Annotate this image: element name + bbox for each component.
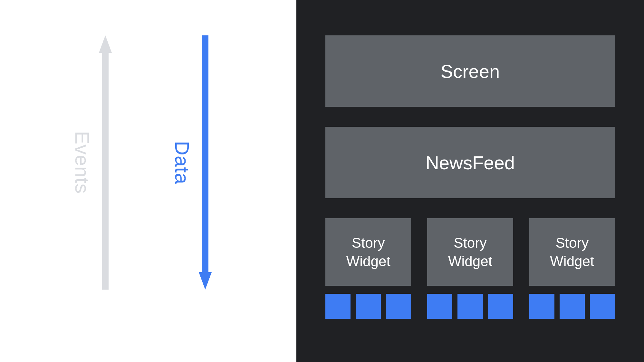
arrow-down-icon (197, 35, 213, 290)
widgets-row: Story Widget Story Widget Story Widget (325, 218, 615, 286)
data-label: Data (171, 141, 194, 184)
chip (356, 294, 381, 319)
newsfeed-box: NewsFeed (325, 127, 615, 198)
left-panel: Events Data (0, 0, 296, 362)
story-widget-box: Story Widget (529, 218, 615, 286)
screen-box: Screen (325, 35, 615, 107)
chip (325, 294, 351, 319)
chip (529, 294, 554, 319)
arrow-up-icon (98, 35, 113, 290)
chip (386, 294, 411, 319)
chip-group (325, 294, 411, 319)
widget-label: Story Widget (430, 234, 510, 270)
story-widget-box: Story Widget (427, 218, 513, 286)
right-panel: Screen NewsFeed Story Widget Story Widge… (296, 0, 644, 362)
chips-row (325, 294, 615, 319)
svg-marker-3 (199, 272, 212, 290)
svg-marker-0 (99, 35, 112, 53)
chip (427, 294, 452, 319)
widget-label: Story Widget (329, 234, 408, 270)
widget-label: Story Widget (533, 234, 612, 270)
newsfeed-label: NewsFeed (426, 152, 515, 173)
svg-rect-2 (202, 35, 208, 273)
chip (488, 294, 513, 319)
events-flow: Events (71, 35, 113, 290)
screen-label: Screen (441, 60, 500, 82)
chip (560, 294, 585, 319)
chip (590, 294, 615, 319)
chip (457, 294, 483, 319)
story-widget-box: Story Widget (325, 218, 411, 286)
events-label: Events (71, 131, 94, 194)
svg-rect-1 (102, 52, 109, 290)
chip-group (427, 294, 513, 319)
data-flow: Data (171, 35, 213, 290)
chip-group (529, 294, 615, 319)
